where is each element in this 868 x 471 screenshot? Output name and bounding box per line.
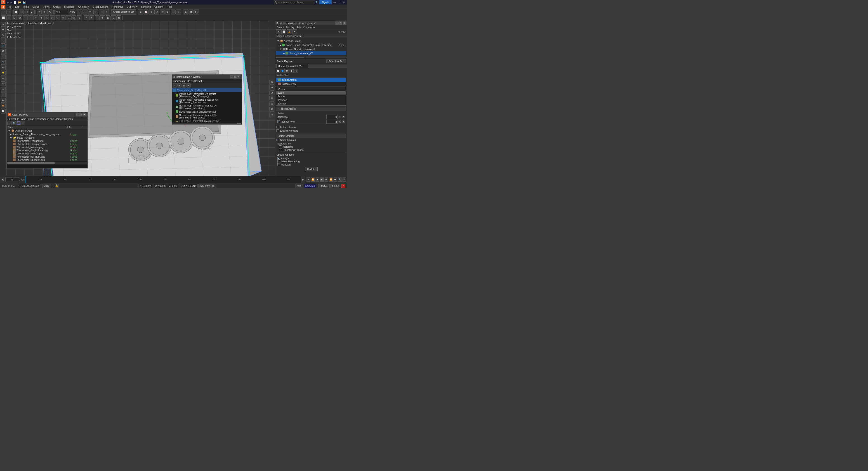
sign-in-button[interactable]: Sign In bbox=[319, 0, 332, 4]
iterations-input[interactable] bbox=[327, 115, 338, 119]
at-menu-paths[interactable]: Paths bbox=[20, 118, 26, 120]
at-fresnel[interactable]: Thermostat_Fresnel.png Found bbox=[6, 139, 88, 143]
vp-zoom-sel[interactable]: ⊡ bbox=[270, 101, 274, 106]
when-rendering-row[interactable]: ○ When Rendering bbox=[276, 160, 346, 163]
timeline-ruler[interactable]: 20 40 60 80 100 120 140 160 180 200 220 bbox=[26, 176, 301, 183]
se-bottom-btn[interactable]: Selection Set: bbox=[327, 59, 346, 63]
time-frame-input[interactable] bbox=[5, 177, 19, 182]
tb-curve-editor[interactable]: 📈 bbox=[144, 9, 149, 14]
search-input[interactable] bbox=[274, 0, 314, 4]
lt-rotate[interactable]: ↻ bbox=[1, 33, 6, 37]
menu-rendering[interactable]: Rendering bbox=[110, 5, 125, 8]
minimize-btn[interactable]: — bbox=[333, 1, 337, 4]
tb-redo[interactable]: ↪ bbox=[6, 9, 11, 14]
at-tb2[interactable]: 🔍 bbox=[12, 121, 16, 125]
menu-views[interactable]: Views bbox=[41, 5, 51, 8]
mod-icon-2[interactable]: 🔷 bbox=[281, 69, 285, 73]
play-play[interactable]: ▶ bbox=[320, 177, 324, 182]
at-glossiness[interactable]: Thermostat_Glossiness.png Found bbox=[6, 143, 88, 146]
mat-refract[interactable]: Refract map: Thermostat_Refract_On (Ther… bbox=[172, 104, 242, 110]
vp-orbit[interactable]: ↻ bbox=[270, 85, 274, 90]
tb-named-sel[interactable]: ≣ bbox=[138, 9, 143, 14]
new-btn[interactable]: 📄 bbox=[13, 1, 17, 4]
tb-lasso[interactable]: ◯ bbox=[24, 9, 29, 14]
tb-paint[interactable]: 🖌 bbox=[30, 9, 35, 14]
menu-graph-editors[interactable]: Graph Editors bbox=[91, 5, 110, 8]
always-row[interactable]: ● Always bbox=[276, 157, 346, 159]
iterations-up[interactable]: ▲ bbox=[338, 116, 341, 118]
vp-zoom-ext[interactable]: ⊞ bbox=[270, 96, 274, 101]
tb2-4[interactable]: ⊞ bbox=[17, 16, 22, 20]
search-icon[interactable]: 🔍 bbox=[315, 1, 318, 4]
menu-tools[interactable]: Tools bbox=[22, 5, 31, 8]
mod-turbosmooth[interactable]: TurboSmooth bbox=[276, 78, 346, 82]
add-time-tag-btn[interactable]: Add Time Tag bbox=[198, 184, 215, 188]
play-prev-key[interactable]: ⏪ bbox=[311, 177, 315, 182]
tb-spinner-snap[interactable]: ⋯ bbox=[93, 9, 98, 14]
render-iters-down[interactable]: ▼ bbox=[342, 120, 345, 123]
at-menu-server[interactable]: Server bbox=[7, 118, 15, 120]
tb2-11[interactable]: ◇ bbox=[55, 16, 60, 20]
tb-angle-snap[interactable]: ⌖ bbox=[83, 9, 88, 14]
tb2-14[interactable]: ⊕ bbox=[71, 16, 76, 20]
tb-scale[interactable]: ⤡ bbox=[48, 9, 53, 14]
render-iters-up[interactable]: ▲ bbox=[338, 120, 341, 123]
tb2-9[interactable]: △ bbox=[44, 16, 49, 20]
lt-camera[interactable]: 📷 bbox=[1, 60, 6, 65]
mat-nav-scroll-thumb[interactable] bbox=[237, 123, 241, 124]
tb2-snap3[interactable]: ⌙ bbox=[95, 16, 100, 20]
menu-help[interactable]: Help bbox=[165, 5, 174, 8]
mn-tb1[interactable]: ⬡ bbox=[173, 83, 177, 88]
mn-tb3[interactable]: ⊟ bbox=[182, 83, 186, 88]
tb2-3[interactable]: ⊡ bbox=[12, 16, 17, 20]
mat-gloss[interactable]: Refl. gloss.: Thermostat_Glossiness_On (… bbox=[172, 119, 242, 122]
time-nav-right[interactable]: ▶ bbox=[301, 176, 305, 183]
play-time[interactable]: ⏱ bbox=[342, 177, 346, 182]
tb-activeframe[interactable]: ⬛ bbox=[170, 9, 176, 14]
at-menu-options[interactable]: Options bbox=[64, 118, 73, 120]
vp-zoom-all[interactable]: ⊠ bbox=[270, 107, 274, 112]
se-menu-edit[interactable]: Edit bbox=[296, 26, 302, 29]
tb2-10[interactable]: ▷ bbox=[50, 16, 55, 20]
maximize-btn[interactable]: □ bbox=[338, 1, 341, 4]
se-menu-display[interactable]: Display bbox=[285, 26, 295, 29]
play-prev[interactable]: ◀ bbox=[315, 177, 319, 182]
at-maximize[interactable]: □ bbox=[79, 113, 83, 116]
tb-select-obj[interactable]: ⬜ bbox=[13, 9, 18, 14]
lt-helpers[interactable]: ⊕ bbox=[1, 76, 6, 81]
at-minimize[interactable]: — bbox=[76, 113, 79, 116]
vp-max-vp[interactable]: □ bbox=[270, 112, 274, 117]
se-tb4[interactable]: 👁 bbox=[292, 29, 297, 34]
mod-icon-5[interactable]: ⬇ bbox=[294, 69, 298, 73]
mat-nav-minimize[interactable]: — bbox=[230, 75, 233, 79]
vp-zoom[interactable]: ⤢ bbox=[270, 90, 274, 95]
lt-lights[interactable]: 💡 bbox=[1, 70, 6, 76]
mode-dropdown[interactable]: All ▾ bbox=[55, 10, 68, 14]
redo-btn[interactable]: ↪ bbox=[10, 1, 12, 4]
tb-render[interactable]: ▶ bbox=[165, 9, 170, 14]
at-specular[interactable]: Thermostat_Specular.png Found bbox=[6, 158, 88, 161]
isoline-display-row[interactable]: Isoline Display bbox=[276, 126, 346, 128]
at-scrollbar-thumb[interactable] bbox=[7, 163, 55, 164]
tb-viewport-mode[interactable]: View bbox=[70, 9, 75, 14]
at-refract[interactable]: Thermostat_Refract.png Found bbox=[6, 152, 88, 155]
at-tb1[interactable]: ↩ bbox=[7, 121, 11, 125]
tb-undo[interactable]: ↩ bbox=[1, 9, 6, 14]
sub-element[interactable]: Element bbox=[276, 102, 346, 106]
play-search[interactable]: 🔍 bbox=[338, 177, 342, 182]
menu-content[interactable]: Content bbox=[153, 5, 165, 8]
at-maxfile[interactable]: ▶ 3 Home_Smart_Thermostat_max_vray.max L… bbox=[6, 133, 88, 136]
menu-create[interactable]: Create bbox=[52, 5, 62, 8]
tb2-2[interactable]: ⬛ bbox=[6, 16, 11, 20]
mat-nav-maximize[interactable]: □ bbox=[234, 75, 237, 79]
sub-edge[interactable]: Edge bbox=[276, 91, 346, 94]
menu-3[interactable]: 3 bbox=[1, 5, 5, 8]
tb-render-frame[interactable]: □ bbox=[176, 9, 181, 14]
scene-explorer-close[interactable]: ✕ bbox=[343, 22, 346, 25]
tree-group[interactable]: ▼ Home_Smart_Thermostat bbox=[276, 47, 346, 51]
tb2-16[interactable]: ⌀ bbox=[100, 16, 105, 20]
at-normal[interactable]: Thermostat_Normal.png Found bbox=[6, 146, 88, 149]
sub-vertex[interactable]: Vertex bbox=[276, 87, 346, 91]
sub-polygon[interactable]: Polygon bbox=[276, 98, 346, 102]
lt-shapes[interactable]: ✏ bbox=[1, 65, 6, 70]
